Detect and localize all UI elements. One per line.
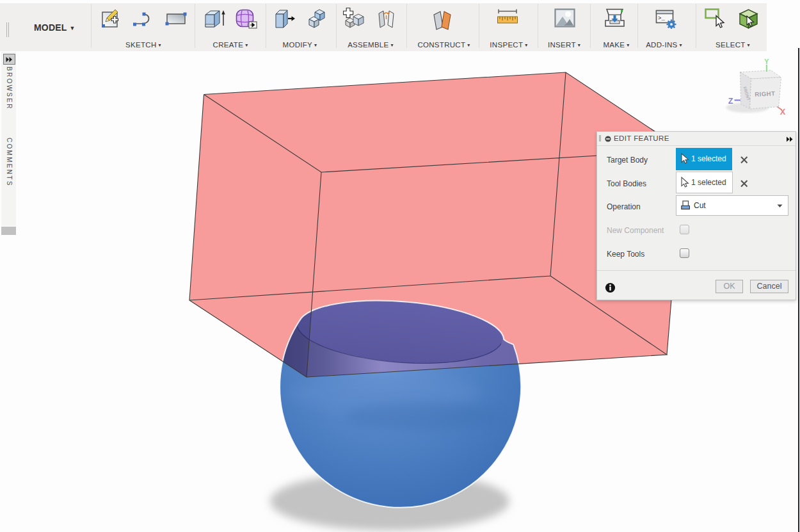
svg-text:>_: >_	[658, 15, 665, 22]
svg-text:Y: Y	[764, 58, 769, 65]
svg-text:Z: Z	[728, 97, 733, 106]
svg-text:RIGHT: RIGHT	[755, 90, 776, 98]
svg-text:X: X	[780, 108, 786, 117]
